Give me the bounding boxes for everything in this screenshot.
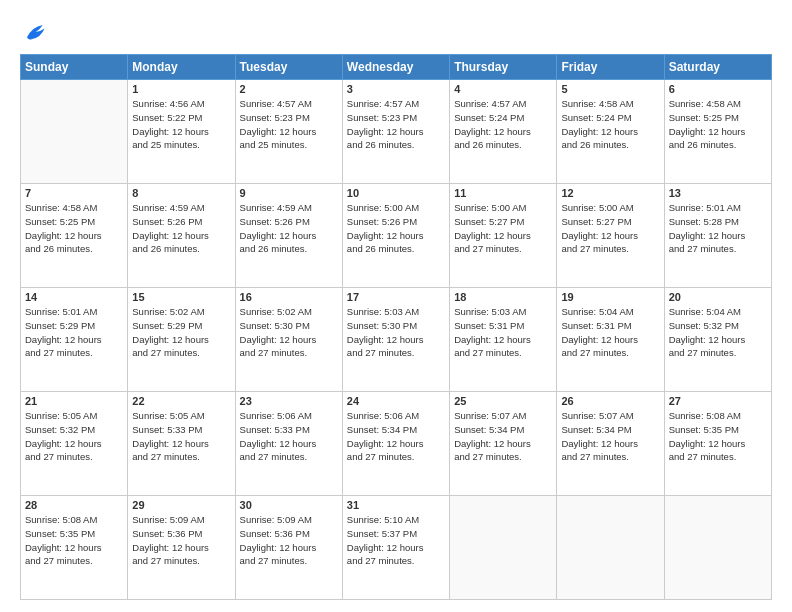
cell-info-line: Sunset: 5:31 PM [561,319,659,333]
calendar-cell: 24Sunrise: 5:06 AMSunset: 5:34 PMDayligh… [342,392,449,496]
cell-info-line: Daylight: 12 hours [25,541,123,555]
cell-info-line: and 27 minutes. [561,450,659,464]
cell-info-line: Sunset: 5:33 PM [240,423,338,437]
calendar-cell: 29Sunrise: 5:09 AMSunset: 5:36 PMDayligh… [128,496,235,600]
cell-info-line: Daylight: 12 hours [561,125,659,139]
calendar-cell: 17Sunrise: 5:03 AMSunset: 5:30 PMDayligh… [342,288,449,392]
cell-info-line: Daylight: 12 hours [454,229,552,243]
day-number: 18 [454,291,552,303]
weekday-header: Friday [557,55,664,80]
calendar-cell: 20Sunrise: 5:04 AMSunset: 5:32 PMDayligh… [664,288,771,392]
cell-info-line: and 27 minutes. [347,554,445,568]
cell-info-line: and 27 minutes. [561,346,659,360]
calendar-cell: 12Sunrise: 5:00 AMSunset: 5:27 PMDayligh… [557,184,664,288]
cell-info-line: and 27 minutes. [240,554,338,568]
cell-info-line: Daylight: 12 hours [240,541,338,555]
weekday-header: Wednesday [342,55,449,80]
cell-info-line: Sunrise: 5:00 AM [454,201,552,215]
cell-info-line: Daylight: 12 hours [454,437,552,451]
calendar-cell: 16Sunrise: 5:02 AMSunset: 5:30 PMDayligh… [235,288,342,392]
cell-info-line: Sunset: 5:30 PM [240,319,338,333]
calendar-cell: 25Sunrise: 5:07 AMSunset: 5:34 PMDayligh… [450,392,557,496]
cell-info-line: and 27 minutes. [25,450,123,464]
cell-info-line: Sunrise: 5:07 AM [454,409,552,423]
cell-info-line: Sunrise: 5:09 AM [240,513,338,527]
cell-info-line: and 27 minutes. [561,242,659,256]
cell-info-line: Daylight: 12 hours [347,333,445,347]
cell-info-line: and 26 minutes. [25,242,123,256]
cell-info-line: and 26 minutes. [561,138,659,152]
cell-info-line: Daylight: 12 hours [25,229,123,243]
day-number: 16 [240,291,338,303]
cell-info-line: Daylight: 12 hours [240,333,338,347]
calendar-week-row: 1Sunrise: 4:56 AMSunset: 5:22 PMDaylight… [21,80,772,184]
calendar-header-row: SundayMondayTuesdayWednesdayThursdayFrid… [21,55,772,80]
day-number: 28 [25,499,123,511]
cell-info-line: Daylight: 12 hours [669,229,767,243]
cell-info-line: Daylight: 12 hours [347,229,445,243]
cell-info-line: Sunset: 5:37 PM [347,527,445,541]
day-number: 25 [454,395,552,407]
cell-info-line: Daylight: 12 hours [669,333,767,347]
cell-info-line: Sunrise: 5:03 AM [347,305,445,319]
cell-info-line: and 26 minutes. [454,138,552,152]
cell-info-line: Sunset: 5:32 PM [25,423,123,437]
cell-info-line: and 27 minutes. [240,450,338,464]
day-number: 15 [132,291,230,303]
cell-info-line: Daylight: 12 hours [240,437,338,451]
calendar-cell: 4Sunrise: 4:57 AMSunset: 5:24 PMDaylight… [450,80,557,184]
cell-info-line: Daylight: 12 hours [132,333,230,347]
cell-info-line: and 27 minutes. [25,554,123,568]
day-number: 14 [25,291,123,303]
calendar-cell [450,496,557,600]
calendar-week-row: 21Sunrise: 5:05 AMSunset: 5:32 PMDayligh… [21,392,772,496]
cell-info-line: Sunrise: 4:57 AM [240,97,338,111]
calendar-cell: 9Sunrise: 4:59 AMSunset: 5:26 PMDaylight… [235,184,342,288]
day-number: 9 [240,187,338,199]
day-number: 22 [132,395,230,407]
day-number: 29 [132,499,230,511]
cell-info-line: Daylight: 12 hours [454,333,552,347]
cell-info-line: and 27 minutes. [454,242,552,256]
cell-info-line: Sunset: 5:28 PM [669,215,767,229]
calendar-cell [664,496,771,600]
day-number: 5 [561,83,659,95]
cell-info-line: Sunrise: 4:59 AM [240,201,338,215]
cell-info-line: and 26 minutes. [240,242,338,256]
calendar-cell: 30Sunrise: 5:09 AMSunset: 5:36 PMDayligh… [235,496,342,600]
cell-info-line: Sunset: 5:35 PM [25,527,123,541]
cell-info-line: Sunrise: 5:04 AM [669,305,767,319]
cell-info-line: and 27 minutes. [132,450,230,464]
calendar-cell [557,496,664,600]
cell-info-line: and 27 minutes. [669,450,767,464]
cell-info-line: Sunset: 5:23 PM [347,111,445,125]
calendar-cell: 2Sunrise: 4:57 AMSunset: 5:23 PMDaylight… [235,80,342,184]
day-number: 1 [132,83,230,95]
calendar-cell: 8Sunrise: 4:59 AMSunset: 5:26 PMDaylight… [128,184,235,288]
day-number: 4 [454,83,552,95]
day-number: 10 [347,187,445,199]
cell-info-line: Sunset: 5:27 PM [561,215,659,229]
cell-info-line: and 27 minutes. [25,346,123,360]
cell-info-line: Sunset: 5:36 PM [240,527,338,541]
calendar-week-row: 28Sunrise: 5:08 AMSunset: 5:35 PMDayligh… [21,496,772,600]
cell-info-line: Sunset: 5:25 PM [25,215,123,229]
day-number: 17 [347,291,445,303]
calendar-cell: 3Sunrise: 4:57 AMSunset: 5:23 PMDaylight… [342,80,449,184]
calendar-cell: 14Sunrise: 5:01 AMSunset: 5:29 PMDayligh… [21,288,128,392]
calendar-cell: 28Sunrise: 5:08 AMSunset: 5:35 PMDayligh… [21,496,128,600]
cell-info-line: and 27 minutes. [669,346,767,360]
calendar-cell: 1Sunrise: 4:56 AMSunset: 5:22 PMDaylight… [128,80,235,184]
cell-info-line: Sunrise: 5:05 AM [25,409,123,423]
cell-info-line: Sunrise: 5:06 AM [347,409,445,423]
cell-info-line: Sunrise: 5:03 AM [454,305,552,319]
cell-info-line: Sunset: 5:24 PM [561,111,659,125]
cell-info-line: Daylight: 12 hours [240,125,338,139]
calendar-cell: 7Sunrise: 4:58 AMSunset: 5:25 PMDaylight… [21,184,128,288]
cell-info-line: Sunrise: 4:58 AM [25,201,123,215]
cell-info-line: Sunset: 5:29 PM [132,319,230,333]
cell-info-line: Sunrise: 5:01 AM [669,201,767,215]
cell-info-line: Sunrise: 5:02 AM [132,305,230,319]
cell-info-line: Sunset: 5:36 PM [132,527,230,541]
calendar-cell: 19Sunrise: 5:04 AMSunset: 5:31 PMDayligh… [557,288,664,392]
